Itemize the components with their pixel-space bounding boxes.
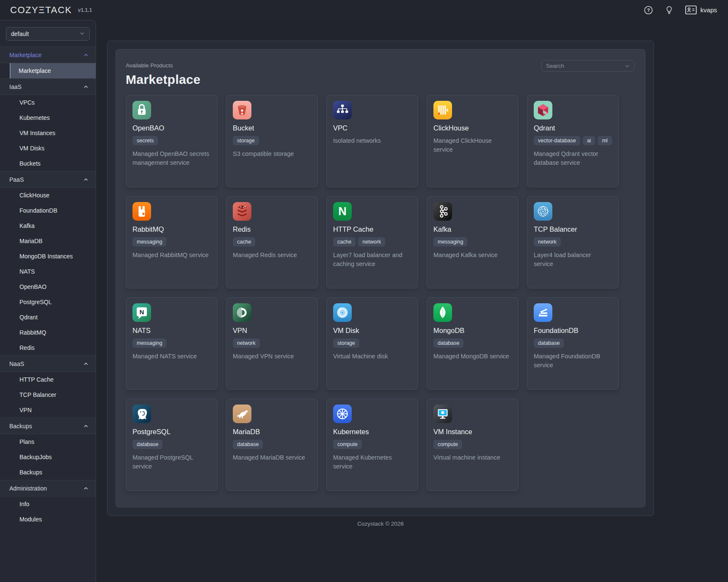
sidebar-section-items: PlansBackupJobsBackups — [0, 434, 96, 480]
sidebar-item-vpcs[interactable]: VPCs — [0, 95, 96, 110]
chevron-down-icon — [80, 30, 85, 37]
product-card-vpc[interactable]: VPCIsolated networks — [326, 95, 418, 187]
help-icon[interactable]: ? — [644, 6, 653, 15]
sidebar-section-iaas[interactable]: IaaS — [0, 78, 96, 95]
product-card-kafka[interactable]: KafkamessagingManaged Kafka service — [427, 196, 518, 288]
globe-dots-icon — [534, 202, 552, 221]
sidebar-item-marketplace[interactable]: Marketplace — [10, 63, 96, 78]
product-title: MariaDB — [233, 428, 311, 436]
sidebar-item-tcp-balancer[interactable]: TCP Balancer — [0, 387, 96, 402]
product-description: Layer7 load balancer and caching service — [333, 251, 411, 268]
product-title: VPN — [233, 327, 311, 335]
sidebar-item-modules[interactable]: Modules — [0, 512, 96, 527]
user-name: kvaps — [700, 6, 717, 14]
product-tags: compute — [333, 440, 411, 449]
kubernetes-wheel-icon — [333, 405, 352, 423]
sidebar-section-administration[interactable]: Administration — [0, 480, 96, 496]
svg-text:N: N — [140, 308, 144, 316]
sidebar-item-rabbitmq[interactable]: RabbitMQ — [0, 325, 96, 340]
sidebar-section-naas[interactable]: NaaS — [0, 355, 96, 372]
qdrant-cube-icon — [534, 101, 552, 119]
sidebar-item-redis[interactable]: Redis — [0, 340, 96, 355]
sidebar-item-vm-instances[interactable]: VM Instances — [0, 125, 96, 141]
workspace-select[interactable]: default — [6, 27, 90, 41]
sidebar-item-http-cache[interactable]: HTTP Cache — [0, 372, 96, 387]
product-card-mongodb[interactable]: MongoDBdatabaseManaged MongoDB service — [427, 297, 518, 390]
product-tags: compute — [433, 440, 512, 449]
sidebar-item-kubernetes[interactable]: Kubernetes — [0, 110, 96, 125]
product-card-vpn[interactable]: VPNnetworkManaged VPN service — [226, 297, 318, 390]
tag-storage: storage — [233, 136, 259, 145]
product-title: Qdrant — [534, 124, 612, 132]
tag-secrets: secrets — [132, 136, 158, 145]
product-tags: database — [233, 440, 311, 449]
tag-cache: cache — [333, 237, 356, 247]
sidebar-item-mariadb[interactable]: MariaDB — [0, 233, 96, 249]
product-description: Layer4 load balancer service — [534, 251, 612, 268]
product-card-http-cache[interactable]: NHTTP CachecachenetworkLayer7 load balan… — [326, 196, 418, 288]
sidebar-item-backups[interactable]: Backups — [0, 465, 96, 480]
tag-messaging: messaging — [132, 237, 166, 247]
sidebar-section-label: IaaS — [9, 83, 22, 90]
page-title: Marketplace — [126, 72, 634, 87]
product-card-kubernetes[interactable]: KubernetescomputeManaged Kubernetes serv… — [326, 399, 418, 491]
tag-ai: ai — [583, 136, 596, 145]
product-card-qdrant[interactable]: Qdrantvector-databaseaimlManaged Qdrant … — [527, 95, 619, 187]
product-title: Kubernetes — [333, 428, 411, 436]
product-tags: database — [433, 338, 512, 348]
sidebar-section-items: Marketplace — [0, 63, 96, 78]
product-tags: messaging — [132, 237, 211, 247]
product-card-clickhouse[interactable]: ClickHouseManaged ClickHouse service — [427, 95, 518, 187]
product-card-mariadb[interactable]: MariaDBdatabaseManaged MariaDB service — [226, 399, 318, 491]
sidebar-item-backupjobs[interactable]: BackupJobs — [0, 449, 96, 465]
product-card-vm-instance[interactable]: VM InstancecomputeVirtual machine instan… — [427, 399, 518, 491]
product-card-redis[interactable]: RediscacheManaged Redis service — [226, 196, 318, 288]
seal-icon — [233, 405, 251, 423]
product-card-postgresql[interactable]: PostgreSQLdatabaseManaged PostgreSQL ser… — [126, 399, 218, 491]
sidebar-section-backups[interactable]: Backups — [0, 418, 96, 434]
lightbulb-icon[interactable] — [665, 6, 673, 15]
product-title: FoundationDB — [534, 327, 612, 335]
sidebar-item-info[interactable]: Info — [0, 496, 96, 512]
product-card-tcp-balancer[interactable]: TCP BalancernetworkLayer4 load balancer … — [527, 196, 619, 288]
search-placeholder: Search — [546, 63, 564, 69]
product-title: Kafka — [433, 225, 512, 233]
sidebar-item-vpn[interactable]: VPN — [0, 402, 96, 418]
sidebar-item-vm-disks[interactable]: VM Disks — [0, 141, 96, 156]
sidebar-item-clickhouse[interactable]: ClickHouse — [0, 188, 96, 203]
sidebar-item-plans[interactable]: Plans — [0, 434, 96, 449]
sidebar-item-buckets[interactable]: Buckets — [0, 156, 96, 171]
sidebar-item-mongodb-instances[interactable]: MongoDB Instances — [0, 249, 96, 264]
sidebar-section-marketplace[interactable]: Marketplace — [0, 47, 96, 63]
product-card-foundationdb[interactable]: FoundationDBdatabaseManaged FoundationDB… — [527, 297, 619, 390]
product-title: PostgreSQL — [132, 428, 211, 436]
sidebar-item-nats[interactable]: NATS — [0, 264, 96, 279]
sidebar-nav: MarketplaceMarketplaceIaaSVPCsKubernetes… — [0, 47, 96, 527]
product-card-rabbitmq[interactable]: RabbitMQmessagingManaged RabbitMQ servic… — [126, 196, 218, 288]
tag-network: network — [534, 237, 561, 247]
product-tags: cache — [233, 237, 311, 247]
main-panel: Available Products Marketplace Search Op… — [107, 41, 654, 516]
sidebar-item-kafka[interactable]: Kafka — [0, 218, 96, 233]
bucket-icon — [233, 101, 251, 119]
product-tags: storage — [333, 338, 411, 348]
sidebar-item-qdrant[interactable]: Qdrant — [0, 310, 96, 325]
product-description: Managed VPN service — [233, 352, 311, 361]
sidebar-item-postgresql[interactable]: PostgreSQL — [0, 294, 96, 310]
product-tags: storage — [233, 136, 311, 145]
sidebar-item-foundationdb[interactable]: FoundationDB — [0, 203, 96, 218]
product-description: Managed ClickHouse service — [433, 136, 512, 154]
sidebar-item-openbao[interactable]: OpenBAO — [0, 279, 96, 294]
search-input[interactable]: Search — [541, 60, 634, 72]
user-menu[interactable]: kvaps — [685, 6, 717, 14]
product-card-nats[interactable]: NNATSmessagingManaged NATS service — [126, 297, 218, 390]
product-card-openbao[interactable]: OpenBAOsecretsManaged OpenBAO secrets ma… — [126, 95, 218, 187]
tag-compute: compute — [333, 440, 362, 449]
product-tags: network — [233, 338, 311, 348]
product-description: Managed FoundationDB service — [534, 352, 612, 369]
product-card-bucket[interactable]: BucketstorageS3 compatible storage — [226, 95, 318, 187]
product-card-vm-disk[interactable]: VM DiskstorageVirtual Machine disk — [326, 297, 418, 390]
lock-icon — [132, 101, 151, 119]
sidebar-section-paas[interactable]: PaaS — [0, 171, 96, 188]
product-title: VM Disk — [333, 327, 411, 335]
